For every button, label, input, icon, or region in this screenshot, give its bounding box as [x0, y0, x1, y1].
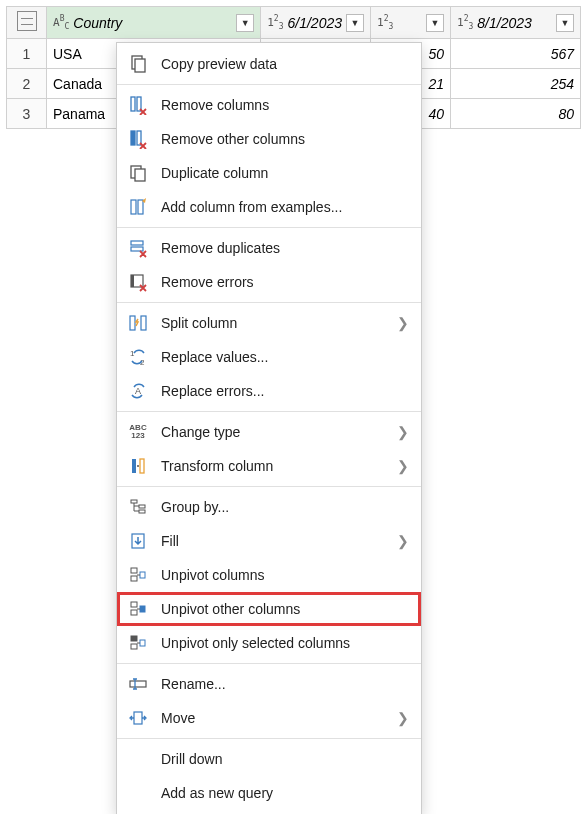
svg-rect-27: [140, 572, 145, 578]
menu-label: Fill: [161, 533, 385, 549]
svg-rect-13: [131, 275, 134, 287]
menu-remove-duplicates[interactable]: Remove duplicates: [117, 231, 421, 265]
menu-remove-errors[interactable]: Remove errors: [117, 265, 421, 299]
menu-separator: [117, 486, 421, 487]
column-name: 6/1/2023: [288, 15, 343, 31]
menu-label: Group by...: [161, 499, 409, 515]
menu-label: Add column from examples...: [161, 199, 409, 215]
menu-duplicate-column[interactable]: Duplicate column: [117, 156, 421, 190]
move-icon: [127, 707, 149, 729]
blank-icon: [127, 782, 149, 804]
submenu-arrow-icon: ❯: [397, 533, 409, 549]
menu-replace-values[interactable]: 12 Replace values...: [117, 340, 421, 374]
menu-remove-columns[interactable]: Remove columns: [117, 88, 421, 122]
svg-rect-1: [135, 59, 145, 72]
remove-columns-icon: [127, 94, 149, 116]
duplicate-icon: [127, 162, 149, 184]
menu-label: Transform column: [161, 458, 385, 474]
svg-rect-34: [130, 681, 146, 687]
remove-other-columns-icon: [127, 128, 149, 150]
cell-value[interactable]: 254: [451, 69, 581, 99]
svg-rect-15: [141, 316, 146, 330]
menu-remove-other-columns[interactable]: Remove other columns: [117, 122, 421, 156]
replace-errors-icon: A: [127, 380, 149, 402]
svg-rect-31: [131, 636, 137, 641]
menu-move[interactable]: Move ❯: [117, 701, 421, 735]
menu-change-type[interactable]: ABC 123 Change type ❯: [117, 415, 421, 449]
change-type-icon: ABC 123: [127, 421, 149, 443]
svg-rect-21: [131, 500, 137, 503]
menu-unpivot-columns[interactable]: Unpivot columns: [117, 558, 421, 592]
svg-rect-23: [139, 510, 145, 513]
menu-transform-column[interactable]: Transform column ❯: [117, 449, 421, 483]
svg-rect-22: [139, 505, 145, 508]
menu-drill-down[interactable]: Drill down: [117, 742, 421, 776]
menu-unpivot-only-selected-columns[interactable]: Unpivot only selected columns: [117, 626, 421, 660]
table-corner-cell[interactable]: [7, 7, 47, 39]
svg-rect-7: [135, 169, 145, 181]
menu-rename[interactable]: Rename...: [117, 667, 421, 701]
svg-rect-8: [131, 200, 136, 214]
svg-rect-30: [140, 606, 145, 612]
column-filter-button[interactable]: ▼: [236, 14, 254, 32]
menu-split-column[interactable]: Split column ❯: [117, 306, 421, 340]
type-number-icon: 123: [267, 14, 283, 31]
menu-fill[interactable]: Fill ❯: [117, 524, 421, 558]
column-filter-button[interactable]: ▼: [346, 14, 364, 32]
menu-separator: [117, 663, 421, 664]
unpivot-other-icon: [127, 598, 149, 620]
column-header-country[interactable]: ABC Country ▼: [47, 7, 261, 39]
svg-rect-28: [131, 602, 137, 607]
row-number: 2: [7, 69, 47, 99]
column-name: 8/1/2023: [477, 15, 532, 31]
svg-text:1: 1: [130, 349, 135, 358]
submenu-arrow-icon: ❯: [397, 458, 409, 474]
blank-icon: [127, 748, 149, 770]
svg-rect-25: [131, 568, 137, 573]
cell-value[interactable]: 567: [451, 39, 581, 69]
type-text-icon: ABC: [53, 14, 69, 31]
menu-label: Add as new query: [161, 785, 409, 801]
svg-rect-11: [131, 247, 143, 251]
menu-replace-errors[interactable]: A Replace errors...: [117, 374, 421, 408]
menu-separator: [117, 411, 421, 412]
column-filter-button[interactable]: ▼: [426, 14, 444, 32]
submenu-arrow-icon: ❯: [397, 710, 409, 726]
menu-label: Change type: [161, 424, 385, 440]
row-number: 3: [7, 99, 47, 129]
column-header-6-1-2023[interactable]: 123 6/1/2023 ▼: [261, 7, 371, 39]
column-context-menu: Copy preview data Remove columns Remove …: [116, 42, 422, 814]
unpivot-selected-icon: [127, 632, 149, 654]
column-header-8-1-2023[interactable]: 123 8/1/2023 ▼: [451, 7, 581, 39]
menu-add-column-from-examples[interactable]: Add column from examples...: [117, 190, 421, 224]
replace-values-icon: 12: [127, 346, 149, 368]
menu-label: Unpivot other columns: [161, 601, 409, 617]
menu-separator: [117, 84, 421, 85]
menu-label: Rename...: [161, 676, 409, 692]
menu-label: Drill down: [161, 751, 409, 767]
column-filter-button[interactable]: ▼: [556, 14, 574, 32]
menu-group-by[interactable]: Group by...: [117, 490, 421, 524]
svg-rect-19: [132, 459, 136, 473]
menu-label: Move: [161, 710, 385, 726]
svg-rect-10: [131, 241, 143, 245]
menu-copy-preview-data[interactable]: Copy preview data: [117, 47, 421, 81]
remove-duplicates-icon: [127, 237, 149, 259]
split-column-icon: [127, 312, 149, 334]
menu-unpivot-other-columns[interactable]: Unpivot other columns: [117, 592, 421, 626]
menu-add-as-new-query[interactable]: Add as new query: [117, 776, 421, 810]
menu-separator: [117, 738, 421, 739]
fill-icon: [127, 530, 149, 552]
menu-label: Unpivot only selected columns: [161, 635, 409, 651]
group-by-icon: [127, 496, 149, 518]
copy-icon: [127, 53, 149, 75]
menu-label: Unpivot columns: [161, 567, 409, 583]
type-number-icon: 123: [457, 14, 473, 31]
column-header-7-1-2023[interactable]: 123 7/1/2023 ▼: [371, 7, 451, 39]
svg-rect-32: [131, 644, 137, 649]
rename-icon: [127, 673, 149, 695]
menu-separator: [117, 302, 421, 303]
column-name: Country: [73, 15, 122, 31]
cell-value[interactable]: 80: [451, 99, 581, 129]
svg-rect-9: [138, 200, 143, 214]
